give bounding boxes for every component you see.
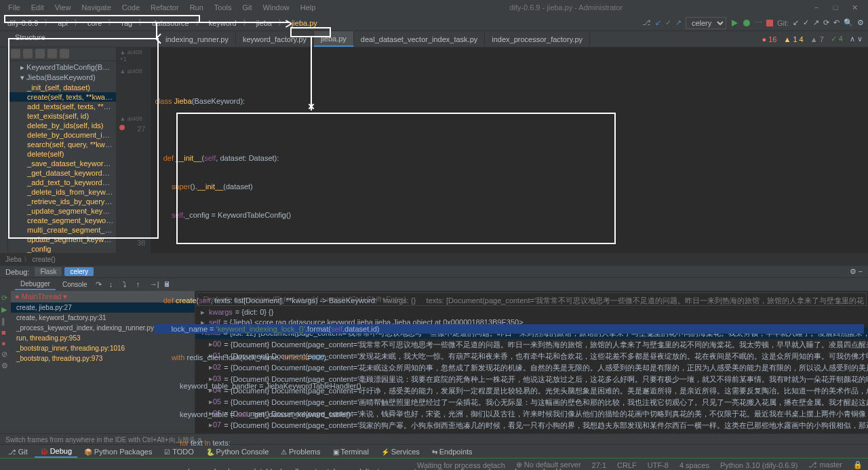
git-action-icon[interactable]: ↙ [793,18,799,27]
tab-debugger[interactable]: Debugger [15,279,56,290]
structure-method[interactable]: create(self, texts, **kwargs) [8,92,116,102]
maximize-icon[interactable]: □ [830,3,841,12]
structure-method[interactable]: _retrieve_ids_by_query(self, keyword_tab… [8,197,116,206]
structure-panel: ▸ KeywordTableConfig(BaseModel) ▾ Jieba(… [8,47,117,253]
svg-rect-2 [766,20,773,26]
pause-icon[interactable]: ‖ [1,317,9,326]
crumb[interactable]: jieba [253,18,275,28]
structure-class[interactable]: ▾ Jieba(BaseKeyword) [8,73,116,83]
menu-code[interactable]: Code [117,2,145,13]
settings-icon[interactable]: ⚙ [1,361,9,370]
step-into-icon[interactable]: ↓ [109,280,119,290]
tab-keyword-factory[interactable]: keyword_factory.py [236,31,314,47]
structure-method[interactable]: delete_by_ids(self, ids) [8,121,116,130]
step-into-my-icon[interactable]: ⤵ [123,280,132,290]
tab-console[interactable]: Console [57,279,93,290]
minimize-icon[interactable]: − [811,3,822,12]
crumb[interactable]: rag [118,18,136,28]
gutter[interactable]: ▲ ai408 +1 ▲ ai408 ▲ ai408 27 38 [117,47,151,253]
tw-packages[interactable]: 📦 Python Packages [79,446,157,457]
menu-refactor[interactable]: Refactor [145,2,184,13]
undo-icon[interactable]: ↶ [833,18,840,27]
inspection-status[interactable]: ● 16 ▲ 1 4 ▲ 7 ✓ 4 ∧ ∨ [756,31,868,47]
menu-run[interactable]: Run [184,2,209,13]
structure-method[interactable]: delete_by_document_id(self, document_id) [8,130,116,140]
tab-index-processor[interactable]: index_processor_factory.py [485,31,590,47]
git-text: Git: [777,19,789,27]
settings-icon[interactable] [60,49,69,58]
menu-view[interactable]: View [50,2,77,13]
menu-git[interactable]: Git [237,2,258,13]
tab-jieba[interactable]: jieba.py [314,31,354,47]
tab-indexing-runner[interactable]: indexing_runner.py [159,31,236,47]
git-action-icon[interactable]: ✓ [803,18,809,27]
search-icon[interactable]: 🔍 [844,18,853,27]
menu-tools[interactable]: Tools [209,2,237,13]
debug-actions: ⟳ ▶ ‖ ■ ● ⊘ ⚙ [0,291,11,433]
tool-window-stripe-left[interactable] [0,47,8,253]
crumb[interactable]: keyword [205,18,240,28]
git-branch-icon[interactable]: ⎇ [642,18,651,27]
expand-all-icon[interactable] [11,49,20,58]
tw-debug[interactable]: 🐞 Debug [35,446,77,458]
titlebar: File Edit View Navigate Code Refactor Ru… [0,0,868,15]
structure-method[interactable]: _init_(self, dataset) [8,83,116,92]
collapse-all-icon[interactable] [23,49,33,58]
structure-method[interactable]: delete(self) [8,149,116,159]
structure-class[interactable]: ▸ KeywordTableConfig(BaseModel) [8,62,116,73]
history-icon[interactable]: ⟳ [823,18,829,27]
svg-point-1 [743,20,750,26]
git-push-icon[interactable]: ↗ [675,18,682,27]
tw-git[interactable]: ⎇ Git [3,446,33,457]
structure-method[interactable]: text_exists(self, id) [8,111,116,121]
git-commit-icon[interactable]: ✓ [665,18,671,27]
debug-config-flask[interactable]: Flask [35,267,62,276]
step-over-icon[interactable]: ↷ [96,280,105,290]
run-icon[interactable] [730,19,738,27]
menu-window[interactable]: Window [258,2,295,13]
structure-method[interactable]: _add_text_to_keyword_table(self, keyword… [8,178,116,187]
git-pull-icon[interactable]: ↙ [655,18,661,27]
window-title: dify-0.6.9 - jieba.py - Administrator [321,3,811,12]
menu-help[interactable]: Help [295,2,321,13]
structure-method[interactable]: search(self, query, **kwargs) [8,140,116,149]
crumb-project[interactable]: dify-0.6.9 [4,18,41,28]
structure-field[interactable]: _config [8,244,116,253]
tab-deal-dataset[interactable]: deal_dataset_vector_index_task.py [354,31,485,47]
code-editor[interactable]: ▲ ai408 +1 ▲ ai408 ▲ ai408 27 38 c [117,47,868,253]
crumb-file[interactable]: jieba.py [288,18,321,28]
structure-method[interactable]: update_segment_keywords_index(self, node… [8,235,116,244]
close-icon[interactable]: ✕ [849,3,860,12]
step-out-icon[interactable]: ↑ [136,280,146,290]
structure-method[interactable]: create_segment_keywords(self, node_id) [8,216,116,225]
resume-icon[interactable]: ▶ [1,305,9,314]
debug-config-celery[interactable]: celery [64,267,94,276]
run-config-select[interactable]: celery [686,17,726,29]
crumb[interactable]: core [84,18,105,28]
menu-file[interactable]: File [3,2,26,13]
structure-method[interactable]: _update_segment_keywords(self, dataset) [8,206,116,216]
sort-icon[interactable] [35,49,45,58]
settings-icon[interactable]: ⚙ [857,18,864,27]
crumb[interactable]: api [54,18,71,28]
structure-method[interactable]: multi_create_segment_keywords(self, pre) [8,225,116,235]
more-run-icon[interactable]: ⋯ [755,18,762,27]
navigation-bar: dify-0.6.9〉 api〉 core〉 rag〉 datasource〉 … [0,15,868,31]
crumb[interactable]: datasource [149,18,192,28]
structure-header: Structure [11,31,159,47]
structure-method[interactable]: _save_dataset_keyword_table(self, keywor… [8,159,116,168]
menu-edit[interactable]: Edit [26,2,50,13]
stop-icon[interactable]: ■ [1,328,9,336]
menu-navigate[interactable]: Navigate [76,2,116,13]
filter-icon[interactable] [47,49,57,58]
git-action-icon[interactable]: ↗ [813,18,819,27]
stop-icon[interactable] [766,20,773,26]
debug-icon[interactable] [743,19,751,27]
structure-method[interactable]: add_texts(self, texts, **kwargs) [8,102,116,111]
view-breakpoints-icon[interactable]: ● [1,339,9,347]
breadcrumbs: dify-0.6.9〉 api〉 core〉 rag〉 datasource〉 … [4,18,321,28]
structure-method[interactable]: _get_dataset_keyword_table(self) [8,168,116,178]
mute-breakpoints-icon[interactable]: ⊘ [1,350,9,359]
structure-method[interactable]: _delete_ids_from_keyword_table(self, key… [8,187,116,197]
rerun-icon[interactable]: ⟳ [1,294,9,302]
